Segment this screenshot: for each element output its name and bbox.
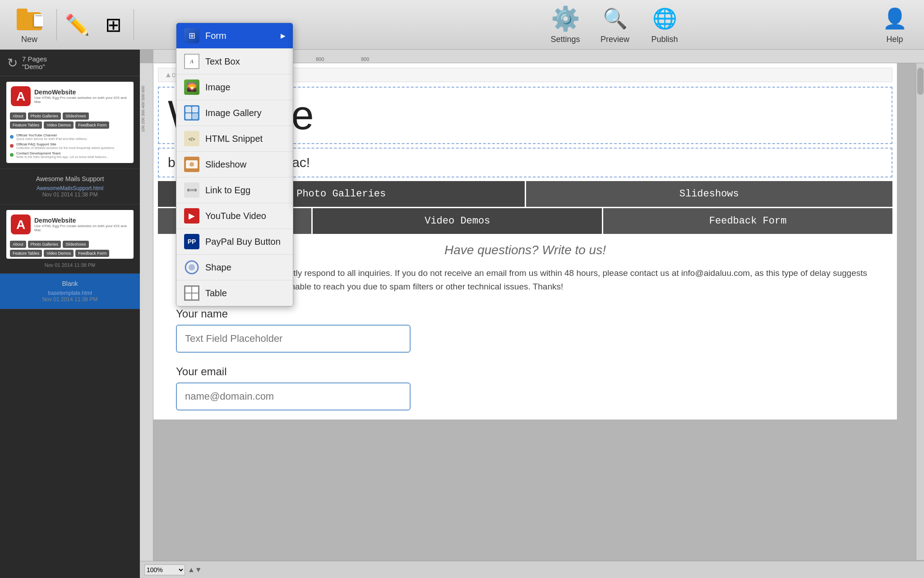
form-arrow-icon: ▶	[281, 32, 286, 39]
nav-btn-feedback: Feedback Form	[75, 121, 109, 129]
html-snippet-menu-item[interactable]: </> HTML Snippet	[176, 126, 293, 152]
pencil-tool-button[interactable]: ✏️	[59, 2, 95, 47]
preview-button[interactable]: 🔍 Preview	[590, 2, 640, 47]
new-button[interactable]: New	[5, 2, 54, 47]
site-title-area-1: DemoWebsite Use HTML Egg Pro create webs…	[34, 89, 129, 104]
link-label-youtube: Official YouTube Channel	[16, 133, 88, 137]
sidebar-refresh-icon[interactable]: ↻	[7, 56, 18, 70]
zoom-stepper[interactable]: ▲▼	[188, 566, 202, 574]
site-links-1: Official YouTube Channel Quick video dem…	[6, 131, 134, 163]
paypal-buy-button-icon: PP	[184, 233, 200, 250]
text-box-label: Text Box	[205, 56, 240, 67]
table-cell-3	[185, 293, 192, 300]
site-header-3: A DemoWebsite Use HTML Egg Pro create we…	[6, 210, 134, 239]
form-menu-item[interactable]: ⊞ Form ▶	[176, 23, 293, 49]
svg-rect-5	[185, 107, 191, 112]
slideshow-icon-shape	[184, 157, 199, 172]
link-sub-contact: Write to the folks developing this app. …	[16, 155, 109, 158]
table-menu-item[interactable]: Table	[176, 280, 293, 306]
svg-text:A: A	[16, 89, 25, 103]
new-label: New	[21, 35, 37, 44]
link-sub-faq: Collection of detailed answers for the m…	[16, 146, 115, 149]
text-box-icon: A	[184, 53, 200, 70]
scrollbar-vertical[interactable]	[916, 63, 924, 560]
paypal-buy-button-menu-item[interactable]: PP PayPal Buy Button	[176, 229, 293, 255]
table-icon	[184, 285, 200, 301]
help-button[interactable]: 👤 Help	[870, 2, 919, 47]
link-to-egg-menu-item[interactable]: ⟺ Link to Egg	[176, 177, 293, 203]
page2-label: Awesome Mails Support	[5, 172, 135, 185]
email-input[interactable]	[176, 382, 411, 410]
image-icon-shape: 🌄	[184, 79, 199, 95]
form-icon: ⊞	[184, 28, 200, 44]
link-sub-youtube: Quick video demos for both iPad and Mac …	[16, 137, 88, 140]
publish-button[interactable]: 🌐 Publish	[640, 2, 689, 47]
btn-feedback-form[interactable]: Feedback Form	[603, 208, 892, 234]
site-nav-3a: About Photo Galleries Slideshows	[6, 239, 134, 250]
site-nav-1: About Photo Galleries Slideshows	[6, 111, 134, 121]
page2-date: Nov 01 2014 11:38 PM	[5, 191, 135, 200]
settings-label: Settings	[550, 35, 580, 44]
name-input[interactable]	[176, 325, 411, 353]
demo-name: "Demo"	[22, 63, 47, 70]
form-icon-shape: ⊞	[184, 28, 199, 43]
youtube-video-menu-item[interactable]: ▶ YouTube Video	[176, 203, 293, 229]
link-to-egg-icon: ⟺	[184, 182, 200, 198]
image-menu-item[interactable]: 🌄 Image	[176, 75, 293, 100]
svg-rect-8	[192, 113, 198, 119]
scrollbar-thumb[interactable]	[917, 68, 924, 95]
sidebar-page-1[interactable]: A DemoWebsite Use HTML Egg Pro create we…	[0, 76, 140, 169]
sidebar-page-blank[interactable]: Blank basetemplate.html Nov 01 2014 11:3…	[0, 274, 140, 309]
shape-icon	[184, 259, 200, 275]
site-nav-2: Feature Tables Video Demos Feedback Form	[6, 121, 134, 131]
link-to-egg-label: Link to Egg	[205, 185, 250, 196]
form-label: Form	[205, 31, 226, 41]
btn-slideshows[interactable]: Slideshows	[526, 181, 893, 207]
svg-text:A: A	[16, 218, 25, 232]
ruler-left: 100 200 300 400 500 600	[140, 63, 153, 578]
toolbar-separator-2	[134, 9, 134, 41]
settings-button[interactable]: ⚙️ Settings	[541, 2, 590, 47]
site-link-youtube: Official YouTube Channel Quick video dem…	[10, 133, 130, 140]
nav-btn-photo: Photo Galleries	[28, 112, 61, 120]
paypal-icon-shape: PP	[184, 234, 199, 249]
sidebar-page-3[interactable]: A DemoWebsite Use HTML Egg Pro create we…	[0, 205, 140, 274]
slideshow-label: Slideshow	[205, 159, 246, 170]
name-label: Your name	[176, 308, 874, 320]
gear-icon: ⚙️	[552, 5, 579, 32]
site-logo-3: A	[11, 214, 31, 234]
grid-tool-button[interactable]: ⊞	[95, 2, 131, 47]
zoom-select[interactable]: 100% 75% 50%	[144, 564, 185, 575]
help-icon: 👤	[881, 5, 908, 32]
html-snippet-label: HTML Snippet	[205, 134, 263, 144]
table-cell-1	[185, 286, 192, 293]
table-cell-2	[192, 286, 199, 293]
svg-point-19	[189, 264, 195, 270]
youtube-video-icon: ▶	[184, 208, 200, 224]
site-title-3: DemoWebsite	[34, 217, 129, 224]
nav-btn-slideshows: Slideshows	[63, 112, 89, 120]
page2-filename: AwesomeMailsSupport.html	[5, 185, 135, 191]
preview-icon: 🔍	[601, 5, 628, 32]
nav-btn-video-3: Video Demos	[44, 250, 74, 257]
svg-text:PP: PP	[188, 238, 196, 245]
link-dot-contact	[10, 153, 14, 157]
slideshow-menu-item[interactable]: Slideshow	[176, 152, 293, 177]
text-box-menu-item[interactable]: A Text Box	[176, 49, 293, 75]
slideshow-icon	[184, 156, 200, 172]
nav-btn-slideshows-3: Slideshows	[63, 241, 89, 248]
btn-video-demos[interactable]: Video Demos	[313, 208, 602, 234]
youtube-video-label: YouTube Video	[205, 211, 266, 221]
nav-btn-photo-3: Photo Galleries	[28, 241, 61, 248]
link-label-faq: Official FAQ Support Site	[16, 142, 115, 146]
table-label: Table	[205, 288, 227, 298]
help-label: Help	[886, 35, 903, 44]
link-info-youtube: Official YouTube Channel Quick video dem…	[16, 133, 88, 140]
shape-menu-item[interactable]: Shape	[176, 255, 293, 280]
page3-date: Nov 01 2014 11:38 PM	[5, 261, 135, 270]
link-info-faq: Official FAQ Support Site Collection of …	[16, 142, 115, 149]
image-gallery-menu-item[interactable]: Image Gallery	[176, 100, 293, 126]
sidebar-page-2[interactable]: Awesome Mails Support AwesomeMailsSuppor…	[0, 169, 140, 205]
sidebar-header: ↻ 7 Pages "Demo"	[0, 50, 140, 76]
link-dot-youtube	[10, 135, 14, 139]
